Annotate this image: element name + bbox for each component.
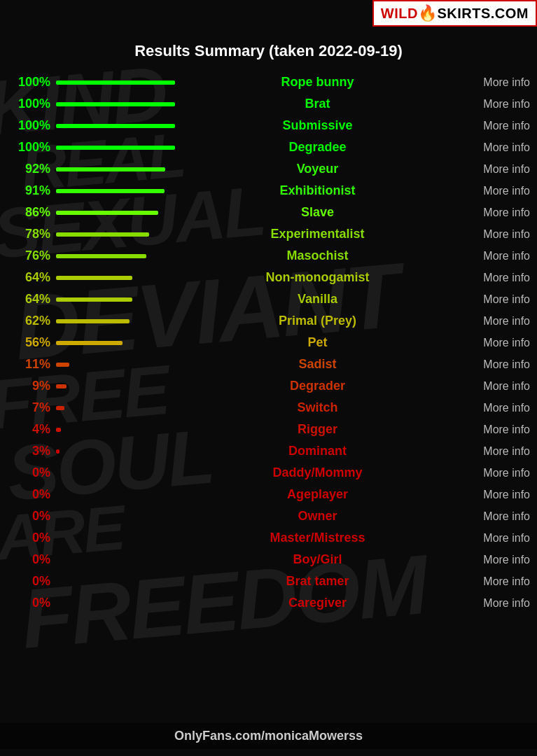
percentage-label: 0%: [7, 465, 56, 480]
more-info-button[interactable]: More info: [453, 76, 530, 89]
role-name: Vanilla: [182, 292, 453, 307]
more-info-button[interactable]: More info: [453, 120, 530, 132]
role-name: Brat tamer: [182, 574, 453, 589]
bar-track: [56, 471, 174, 475]
more-info-button[interactable]: More info: [453, 424, 530, 436]
more-info-button[interactable]: More info: [453, 467, 530, 479]
more-info-button[interactable]: More info: [453, 185, 530, 197]
more-info-button[interactable]: More info: [453, 597, 530, 610]
more-info-button[interactable]: More info: [453, 315, 530, 328]
bar-container: [56, 276, 182, 280]
more-info-button[interactable]: More info: [453, 380, 530, 393]
role-name: Masochist: [182, 248, 453, 263]
percentage-label: 0%: [7, 487, 56, 502]
percentage-label: 0%: [7, 552, 56, 567]
percentage-label: 9%: [7, 379, 56, 393]
bar-track: [56, 80, 174, 85]
bar-container: [56, 428, 182, 432]
more-info-button[interactable]: More info: [453, 163, 530, 176]
role-name: Daddy/Mommy: [182, 465, 453, 480]
more-info-button[interactable]: More info: [453, 228, 530, 241]
percentage-label: 0%: [7, 596, 56, 610]
more-info-button[interactable]: More info: [453, 358, 530, 371]
result-row: 0% Caregiver More info: [7, 592, 530, 614]
role-name: Owner: [182, 509, 453, 524]
role-name: Rigger: [182, 422, 453, 437]
bar-track: [56, 363, 174, 367]
bar-fill: [56, 80, 175, 85]
bar-container: [56, 167, 182, 172]
percentage-label: 100%: [7, 75, 56, 90]
more-info-button[interactable]: More info: [453, 532, 530, 545]
result-row: 92% Voyeur More info: [7, 158, 530, 180]
more-info-button[interactable]: More info: [453, 575, 530, 588]
result-row: 0% Owner More info: [7, 505, 530, 527]
result-row: 9% Degrader More info: [7, 375, 530, 397]
bottom-watermark: OnlyFans.com/monicaMowerss: [0, 723, 537, 749]
more-info-button[interactable]: More info: [453, 510, 530, 523]
bar-container: [56, 406, 182, 410]
bar-track: [56, 189, 174, 193]
more-info-button[interactable]: More info: [453, 337, 530, 349]
percentage-label: 92%: [7, 162, 56, 176]
bar-track: [56, 341, 174, 345]
bar-track: [56, 298, 174, 302]
result-row: 91% Exhibitionist More info: [7, 180, 530, 202]
more-info-button[interactable]: More info: [453, 445, 530, 458]
bar-fill: [56, 167, 165, 172]
result-row: 0% Master/Mistress More info: [7, 527, 530, 549]
percentage-label: 3%: [7, 444, 56, 458]
role-name: Ageplayer: [182, 487, 453, 502]
page-title: Results Summary (taken 2022-09-19): [7, 42, 530, 60]
bar-track: [56, 428, 174, 432]
bar-container: [56, 580, 182, 584]
role-name: Primal (Prey): [182, 314, 453, 328]
percentage-label: 100%: [7, 97, 56, 111]
more-info-button[interactable]: More info: [453, 250, 530, 262]
bar-track: [56, 514, 174, 519]
more-info-button[interactable]: More info: [453, 141, 530, 154]
result-row: 64% Non-monogamist More info: [7, 267, 530, 288]
role-name: Boy/Girl: [182, 552, 453, 567]
percentage-label: 64%: [7, 270, 56, 285]
result-row: 100% Brat More info: [7, 93, 530, 115]
bar-track: [56, 580, 174, 584]
bar-fill: [56, 449, 60, 454]
bar-fill: [56, 189, 165, 193]
percentage-label: 100%: [7, 118, 56, 133]
bar-track: [56, 319, 174, 323]
bar-track: [56, 493, 174, 497]
bar-container: [56, 80, 182, 85]
bar-track: [56, 449, 174, 454]
bar-track: [56, 167, 174, 172]
more-info-button[interactable]: More info: [453, 98, 530, 111]
bar-fill: [56, 363, 69, 367]
bar-fill: [56, 276, 132, 280]
role-name: Slave: [182, 205, 453, 220]
percentage-label: 0%: [7, 574, 56, 589]
brand-logo-text: WILD🔥SKIRTS.COM: [381, 4, 529, 22]
more-info-button[interactable]: More info: [453, 554, 530, 566]
bar-fill: [56, 406, 64, 410]
more-info-button[interactable]: More info: [453, 206, 530, 219]
brand-banner: WILD🔥SKIRTS.COM: [372, 0, 537, 27]
result-row: 0% Brat tamer More info: [7, 570, 530, 592]
percentage-label: 76%: [7, 248, 56, 263]
bar-container: [56, 449, 182, 454]
bar-track: [56, 124, 174, 128]
bar-container: [56, 536, 182, 540]
result-row: 78% Experimentalist More info: [7, 223, 530, 245]
bar-fill: [56, 232, 149, 237]
more-info-button[interactable]: More info: [453, 293, 530, 306]
bar-track: [56, 232, 174, 237]
bar-container: [56, 493, 182, 497]
bar-container: [56, 319, 182, 323]
result-row: 0% Boy/Girl More info: [7, 549, 530, 570]
bar-container: [56, 102, 182, 106]
more-info-button[interactable]: More info: [453, 402, 530, 414]
bar-track: [56, 536, 174, 540]
bar-container: [56, 189, 182, 193]
more-info-button[interactable]: More info: [453, 489, 530, 501]
bar-track: [56, 384, 174, 388]
more-info-button[interactable]: More info: [453, 272, 530, 284]
